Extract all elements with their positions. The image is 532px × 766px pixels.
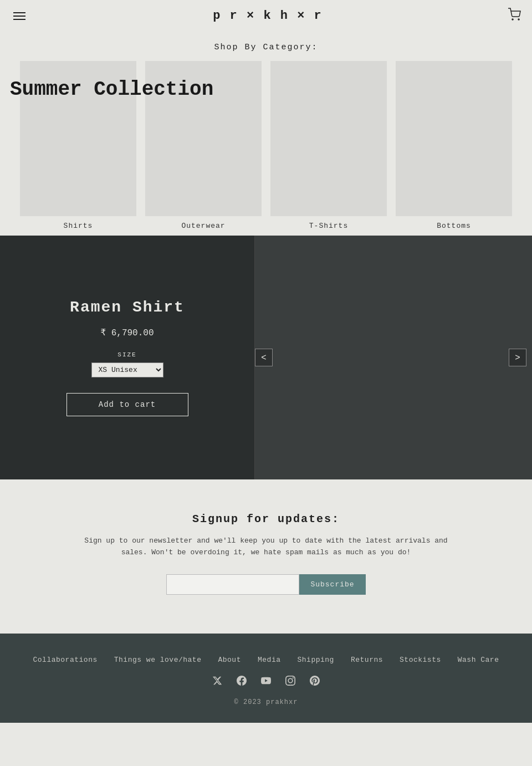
category-label-shirts: Shirts (64, 222, 93, 230)
product-carousel-section: Ramen Shirt ₹ 6,790.00 SIZE XS Unisex S … (0, 236, 532, 479)
shop-category-title: Shop By Category: (17, 43, 515, 52)
newsletter-title: Signup for updates: (17, 513, 515, 525)
footer-link-stockists[interactable]: Stockists (400, 656, 441, 664)
footer-nav: Collaborations Things we love/hate About… (17, 656, 515, 664)
footer-link-about[interactable]: About (218, 656, 241, 664)
hamburger-line-3 (13, 19, 25, 20)
instagram-icon[interactable] (285, 675, 296, 686)
cart-icon (508, 8, 521, 21)
twitter-icon[interactable] (212, 675, 223, 686)
category-item-shirts[interactable]: Shirts (20, 61, 136, 230)
size-label: SIZE (117, 351, 136, 358)
footer-link-wash-care[interactable]: Wash Care (458, 656, 499, 664)
facebook-icon[interactable] (236, 675, 247, 686)
svg-point-1 (518, 19, 519, 20)
youtube-icon[interactable] (260, 675, 272, 686)
category-grid: Shirts Outerwear T-Shirts Bottoms (17, 61, 515, 230)
product-name: Ramen Shirt (70, 299, 185, 316)
category-image-tshirts (270, 61, 387, 216)
newsletter-email-input[interactable] (166, 574, 299, 595)
category-image-outerwear (145, 61, 262, 216)
newsletter-section: Signup for updates: Sign up to our newsl… (0, 479, 532, 634)
category-label-bottoms: Bottoms (437, 222, 471, 230)
site-logo[interactable]: p r × k h × r (213, 9, 323, 23)
top-section: Shop By Category: Shirts Outerwear T-Shi… (0, 32, 532, 236)
newsletter-description: Sign up to our newsletter and we'll keep… (72, 535, 460, 559)
footer-link-media[interactable]: Media (258, 656, 281, 664)
footer-link-collaborations[interactable]: Collaborations (33, 656, 98, 664)
subscribe-button[interactable]: Subscribe (299, 574, 365, 595)
footer-social (17, 675, 515, 686)
size-select[interactable]: XS Unisex S Unisex M Unisex L Unisex XL … (91, 362, 163, 377)
footer-link-shipping[interactable]: Shipping (298, 656, 334, 664)
category-image-bottoms (396, 61, 512, 216)
footer-link-returns[interactable]: Returns (351, 656, 383, 664)
category-item-bottoms[interactable]: Bottoms (396, 61, 512, 230)
category-item-tshirts[interactable]: T-Shirts (270, 61, 387, 230)
category-item-outerwear[interactable]: Outerwear (145, 61, 262, 230)
newsletter-form: Subscribe (17, 574, 515, 595)
carousel-next-button[interactable]: > (509, 349, 526, 366)
cart-button[interactable] (508, 8, 521, 24)
hamburger-line-1 (13, 12, 25, 13)
footer-copyright: © 2023 prakhxr (17, 698, 515, 706)
category-label-outerwear: Outerwear (181, 222, 225, 230)
shop-category-section: Shop By Category: Shirts Outerwear T-Shi… (0, 32, 532, 236)
footer: Collaborations Things we love/hate About… (0, 634, 532, 723)
add-to-cart-button[interactable]: Add to cart (66, 393, 188, 416)
product-price: ₹ 6,790.00 (100, 327, 154, 338)
carousel-prev-button[interactable]: < (255, 349, 273, 366)
category-label-tshirts: T-Shirts (309, 222, 348, 230)
hamburger-button[interactable] (11, 10, 28, 22)
hamburger-line-2 (13, 16, 25, 17)
product-info-panel: Ramen Shirt ₹ 6,790.00 SIZE XS Unisex S … (0, 236, 255, 479)
category-image-shirts (20, 61, 136, 216)
footer-link-things-we-love-hate[interactable]: Things we love/hate (114, 656, 202, 664)
product-image-panel: < > (255, 236, 532, 479)
pinterest-icon[interactable] (309, 675, 320, 686)
header: p r × k h × r (0, 0, 532, 32)
svg-point-0 (512, 19, 513, 20)
